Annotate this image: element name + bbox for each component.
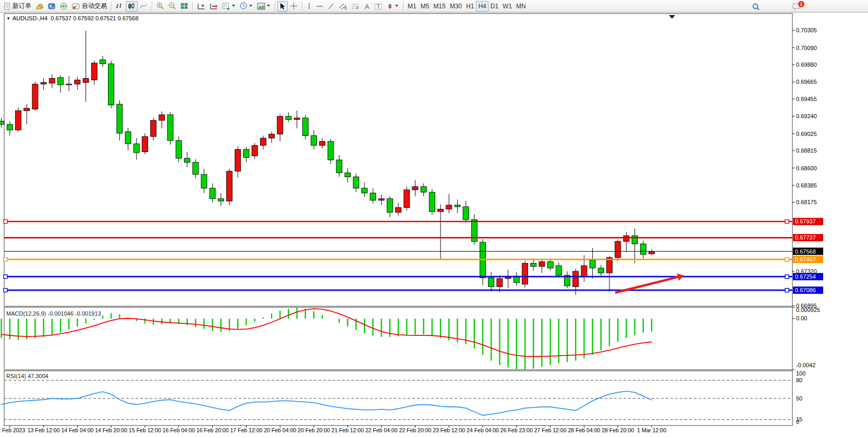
fibonacci-button[interactable]: F (349, 1, 362, 11)
chart-shift-button[interactable] (207, 1, 220, 11)
date-axis: 12 Feb 202313 Feb 12:0014 Feb 04:0014 Fe… (0, 426, 666, 433)
separator (275, 2, 275, 11)
candle-body (429, 192, 435, 211)
symbol-dropdown-icon[interactable]: ▼ (6, 16, 10, 21)
candle-body (142, 136, 148, 152)
svg-text:23 Feb 12:00: 23 Feb 12:00 (433, 427, 465, 433)
text-button[interactable]: A (362, 1, 372, 11)
timeframe-d1-button[interactable]: D1 (488, 1, 500, 11)
indicators-button[interactable] (220, 1, 238, 11)
ohlc-low: 0.67521 (95, 15, 116, 21)
price-chart[interactable]: 0.703050.700900.698800.696650.694550.692… (0, 12, 868, 438)
templates-button[interactable] (255, 1, 273, 11)
svg-text:12 Feb 2023: 12 Feb 2023 (0, 427, 25, 433)
timeframe-h4-button[interactable]: H4 (476, 1, 488, 11)
candle-body (159, 115, 165, 120)
separator (152, 2, 152, 11)
candle-body (24, 108, 30, 111)
navigator-button[interactable] (58, 1, 70, 11)
svg-text:F: F (357, 6, 359, 10)
candle-body (396, 207, 401, 212)
svg-text:14 Feb 04:00: 14 Feb 04:00 (61, 427, 93, 433)
market-watch-button[interactable] (33, 1, 46, 11)
svg-text:0.67467: 0.67467 (795, 256, 816, 262)
separator (403, 2, 404, 11)
new-order-button[interactable]: 新订单 (2, 1, 33, 11)
zoom-out-button[interactable] (166, 1, 178, 11)
timeframe-m30-button[interactable]: M30 (448, 1, 464, 11)
text-label-button[interactable]: T (372, 1, 384, 11)
vertical-line-icon (307, 3, 312, 10)
bar-chart-button[interactable] (114, 1, 126, 11)
candle-body (404, 190, 410, 207)
svg-text:17 Feb 12:00: 17 Feb 12:00 (230, 427, 262, 433)
svg-text:16 Feb 04:00: 16 Feb 04:00 (163, 427, 195, 433)
periods-button[interactable] (238, 1, 255, 11)
candle-body (624, 236, 629, 242)
search-button[interactable] (750, 2, 762, 12)
channel-button[interactable]: E (337, 1, 349, 11)
chat-button[interactable]: 1 (790, 1, 803, 11)
candle-body (598, 268, 604, 273)
cursor-button[interactable] (277, 1, 288, 11)
chart-window[interactable]: 0.703050.700900.698800.696650.694550.692… (0, 12, 868, 438)
line-handle (785, 275, 789, 279)
svg-text:100: 100 (796, 370, 805, 377)
candle-body (336, 160, 342, 173)
svg-text:0.00: 0.00 (796, 315, 807, 321)
svg-text:0.69455: 0.69455 (796, 96, 817, 102)
new-order-label: 新订单 (13, 2, 31, 10)
timeframe-h1-button[interactable]: H1 (464, 1, 476, 11)
arrows-tool-icon (386, 3, 394, 10)
vertical-line-button[interactable] (304, 1, 314, 11)
chart-shift-icon (210, 3, 218, 10)
timeframe-w1-button[interactable]: W1 (500, 1, 514, 11)
candle-body (446, 205, 452, 209)
line-chart-button[interactable] (138, 1, 150, 11)
crosshair-button[interactable] (288, 1, 300, 11)
cursor-icon (279, 3, 286, 10)
candle-body (370, 193, 376, 201)
svg-text:0.69025: 0.69025 (796, 131, 817, 137)
candle-body (581, 266, 587, 277)
candle-body (277, 116, 283, 134)
svg-text:21 Feb 12:00: 21 Feb 12:00 (332, 427, 364, 433)
timeframe-m1-button[interactable]: M1 (406, 1, 419, 11)
line-handle (785, 258, 789, 261)
timeframe-m15-button[interactable]: M15 (431, 1, 447, 11)
dropdown-arrow-icon (249, 5, 253, 7)
svg-text:50: 50 (796, 395, 802, 402)
macd-value-2: -0.001913 (75, 310, 101, 317)
auto-trading-button[interactable]: 自动交易 (70, 1, 109, 11)
arrows-tool-button[interactable] (384, 1, 401, 11)
candle-body (125, 132, 131, 144)
bar-chart-icon (116, 3, 124, 10)
line-handle (4, 220, 7, 223)
timeframe-mn-button[interactable]: MN (514, 1, 528, 11)
zoom-in-button[interactable] (154, 1, 166, 11)
horizontal-line-button[interactable] (314, 1, 325, 11)
timeframe-toolbar: M1M5M15M30H1H4D1W1MN (406, 1, 528, 11)
candle-body (227, 171, 233, 201)
candle-body (455, 205, 460, 207)
template-icon (257, 3, 265, 10)
svg-text:-0.0042: -0.0042 (796, 362, 815, 368)
candle-body (556, 266, 561, 276)
tile-windows-button[interactable] (178, 1, 190, 11)
fibonacci-icon: F (351, 3, 360, 10)
timeframe-m5-button[interactable]: M5 (419, 1, 432, 11)
trendline-button[interactable] (325, 1, 337, 11)
line-handle (785, 220, 789, 223)
zoom-in-icon (156, 2, 164, 10)
text-label-icon: T (374, 3, 382, 10)
svg-text:0.68600: 0.68600 (796, 165, 817, 171)
candlestick-chart-button[interactable] (126, 1, 138, 11)
candle-body (590, 260, 595, 268)
candle-body (185, 158, 190, 162)
data-window-button[interactable] (46, 1, 58, 11)
macd-name: MACD(12,26,9) (6, 310, 46, 317)
svg-text:24 Feb 04:00: 24 Feb 04:00 (467, 427, 499, 433)
svg-text:0: 0 (796, 419, 799, 425)
svg-text:E: E (345, 6, 347, 10)
auto-scroll-button[interactable] (195, 1, 207, 11)
